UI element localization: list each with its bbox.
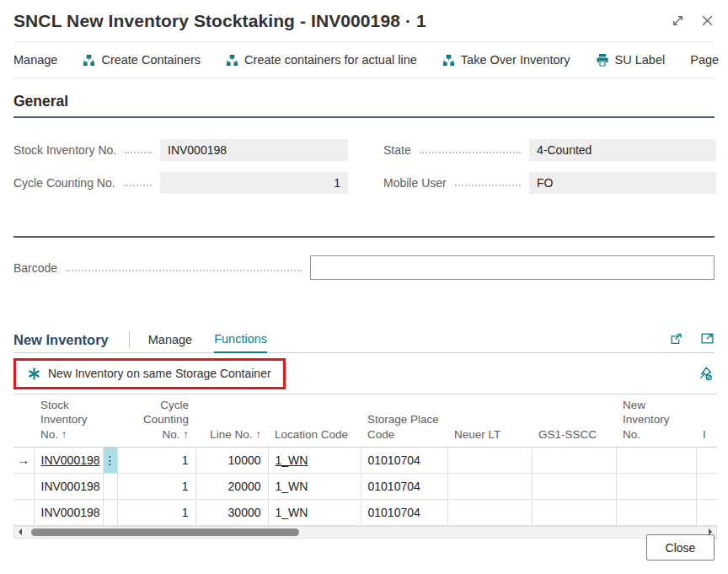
cell-storage-place-code[interactable]: 01010704	[361, 473, 447, 499]
title-bar: SNCL New Inventory Stocktaking - INV0001…	[13, 0, 715, 31]
cell-clipped[interactable]	[696, 473, 717, 499]
tab-functions[interactable]: Functions	[214, 327, 267, 353]
toolbar-create-containers-label: Create Containers	[101, 53, 201, 67]
dotted-leader	[124, 185, 152, 186]
toolbar-manage-label: Manage	[13, 53, 57, 67]
cell-new-inventory-no[interactable]	[616, 499, 696, 525]
selected-row-arrow-icon: →	[17, 453, 29, 467]
cell-line-no[interactable]: 30000	[195, 499, 268, 525]
cell-stock-inventory-no[interactable]: INV000198	[34, 473, 103, 499]
dotted-leader	[66, 270, 302, 271]
page-title: SNCL New Inventory Stocktaking - INV0001…	[13, 11, 656, 31]
expand-icon[interactable]	[671, 13, 685, 31]
share-icon[interactable]	[669, 331, 683, 346]
mobile-user-value: FO	[529, 172, 716, 194]
close-button[interactable]: Close	[646, 534, 715, 561]
col-options	[103, 394, 117, 448]
table-row[interactable]: INV000198 1 20000 1_WN 01010704	[13, 473, 717, 499]
asterisk-icon	[28, 367, 40, 380]
toolbar-create-containers[interactable]: Create Containers	[83, 53, 201, 67]
toolbar-manage[interactable]: Manage	[13, 53, 57, 67]
cell-location-code[interactable]: 1_WN	[268, 499, 361, 525]
new-inventory-part-header: New Inventory Manage Functions	[13, 327, 715, 353]
col-stock-inventory-no[interactable]: Stock Inventory No. ↑	[34, 394, 103, 448]
new-inventory-table: Stock Inventory No. ↑ Cycle Counting No.…	[13, 394, 717, 526]
col-neuer-lt[interactable]: Neuer LT	[447, 394, 532, 448]
cell-gs1-sscc[interactable]	[532, 473, 616, 499]
cell-neuer-lt[interactable]	[447, 499, 532, 525]
functions-action-row: New Inventory on same Storage Container	[13, 357, 715, 390]
hierarchy-icon	[442, 54, 455, 67]
col-line-no[interactable]: Line No. ↑	[195, 394, 268, 448]
barcode-input[interactable]	[310, 255, 715, 280]
cell-cycle-counting-no[interactable]: 1	[117, 499, 195, 525]
cell-storage-place-code[interactable]: 01010704	[361, 447, 447, 473]
hierarchy-icon	[226, 54, 238, 67]
action-toolbar: Manage Create Containers Cr	[13, 41, 715, 78]
cell-new-inventory-no[interactable]	[616, 473, 696, 499]
unpin-icon[interactable]	[698, 366, 713, 381]
new-inventory-same-storage-container-button[interactable]: New Inventory on same Storage Container	[13, 358, 286, 389]
cell-clipped[interactable]	[696, 499, 717, 525]
dialog-footer: Close	[646, 534, 715, 561]
toolbar-take-over-inventory-label: Take Over Inventory	[461, 53, 570, 67]
table-header-row: Stock Inventory No. ↑ Cycle Counting No.…	[13, 394, 717, 448]
stock-inventory-no-label: Stock Inventory No.	[13, 143, 116, 157]
action-label: New Inventory on same Storage Container	[48, 367, 271, 380]
toolbar-create-containers-actual-line[interactable]: Create containers for actual line	[226, 53, 417, 67]
cell-clipped[interactable]	[696, 447, 717, 473]
table-row[interactable]: INV000198 1 30000 1_WN 01010704	[13, 499, 717, 525]
cell-options[interactable]	[103, 473, 117, 499]
cell-location-code[interactable]: 1_WN	[276, 453, 308, 467]
field-barcode: Barcode	[13, 255, 715, 280]
field-cycle-counting-no: Cycle Counting No. 1	[13, 172, 348, 194]
dotted-leader	[420, 152, 521, 153]
cell-gs1-sscc[interactable]	[532, 499, 616, 525]
cell-cycle-counting-no[interactable]: 1	[117, 447, 195, 473]
cell-gs1-sscc[interactable]	[532, 447, 616, 473]
general-section-heading: General	[13, 93, 715, 118]
cell-new-inventory-no[interactable]	[616, 447, 696, 473]
new-inventory-caption: New Inventory	[13, 332, 109, 348]
stock-inventory-no-value: INV000198	[160, 139, 348, 161]
printer-icon	[596, 53, 609, 67]
row-options-kebab-icon[interactable]: ⋮	[103, 447, 117, 473]
cycle-counting-no-value: 1	[160, 172, 348, 194]
col-row-indicator	[13, 394, 34, 448]
cell-line-no[interactable]: 10000	[195, 447, 268, 473]
col-gs1-sscc[interactable]: GS1-SSCC	[532, 394, 616, 448]
close-icon[interactable]	[700, 13, 715, 31]
cell-cycle-counting-no[interactable]: 1	[117, 473, 195, 499]
tab-manage[interactable]: Manage	[148, 327, 192, 353]
col-clipped[interactable]: I	[696, 394, 717, 448]
field-state: State 4-Counted	[383, 139, 716, 161]
horizontal-scrollbar[interactable]	[13, 526, 717, 539]
col-storage-place-code[interactable]: Storage Place Code	[361, 394, 447, 448]
mobile-user-label: Mobile User	[383, 176, 447, 190]
toolbar-su-label[interactable]: SU Label	[596, 53, 666, 67]
toolbar-create-containers-actual-line-label: Create containers for actual line	[244, 53, 417, 67]
scrollbar-thumb[interactable]	[31, 528, 299, 536]
table-row[interactable]: → INV000198 ⋮ 1 10000 1_WN 01010704	[13, 447, 717, 473]
general-fields: Stock Inventory No. INV000198 State 4-Co…	[13, 139, 715, 194]
cell-options[interactable]	[103, 499, 117, 525]
toolbar-page-label: Page	[690, 53, 719, 67]
cell-neuer-lt[interactable]	[447, 447, 532, 473]
col-new-inventory-no[interactable]: New Inventory No.	[616, 394, 696, 448]
cell-neuer-lt[interactable]	[447, 473, 532, 499]
col-cycle-counting-no[interactable]: Cycle Counting No. ↑	[117, 394, 195, 448]
toolbar-take-over-inventory[interactable]: Take Over Inventory	[442, 53, 570, 67]
cell-stock-inventory-no[interactable]: INV000198	[41, 453, 100, 467]
vertical-divider	[129, 331, 130, 348]
cell-stock-inventory-no[interactable]: INV000198	[34, 499, 103, 525]
state-value: 4-Counted	[529, 139, 716, 161]
scroll-left-arrow-icon[interactable]	[14, 527, 26, 538]
state-label: State	[383, 143, 411, 157]
col-location-code[interactable]: Location Code	[268, 394, 361, 448]
toolbar-page[interactable]: Page	[690, 53, 719, 67]
cycle-counting-no-label: Cycle Counting No.	[13, 176, 115, 190]
cell-location-code[interactable]: 1_WN	[268, 473, 361, 499]
cell-storage-place-code[interactable]: 01010704	[361, 499, 447, 525]
open-in-window-icon[interactable]	[700, 331, 715, 346]
cell-line-no[interactable]: 20000	[195, 473, 268, 499]
